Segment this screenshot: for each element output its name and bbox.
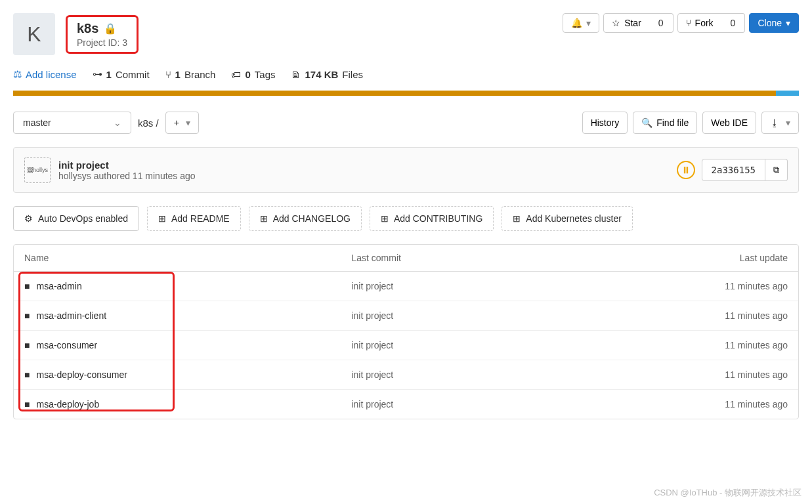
breadcrumb[interactable]: k8s / (138, 117, 159, 129)
folder-icon: ■ (24, 340, 30, 350)
license-label: Add license (26, 69, 77, 80)
row-commit: init project (351, 310, 624, 321)
pipeline-status-pending-icon[interactable]: ⏸ (677, 161, 695, 179)
tag-icon: 🏷 (231, 69, 241, 80)
add-license-link[interactable]: ⚖Add license (13, 68, 77, 80)
table-row[interactable]: ■msa-admin-client init project 11 minute… (14, 301, 798, 331)
tags-count: 0 (245, 69, 250, 80)
file-name: msa-deploy-job (36, 399, 99, 410)
add-changelog-button[interactable]: ⊞Add CHANGELOG (249, 206, 362, 231)
plus-box-icon: ⊞ (513, 213, 521, 224)
copy-sha-button[interactable]: ⧉ (765, 159, 788, 181)
branch-icon: ⑂ (165, 69, 171, 80)
add-kubernetes-button[interactable]: ⊞Add Kubernetes cluster (502, 206, 633, 231)
fork-label: Fork (695, 18, 714, 28)
row-update: 11 minutes ago (624, 340, 788, 350)
star-icon: ☆ (612, 18, 620, 28)
project-id: Project ID: 3 (77, 37, 127, 48)
devops-label: Auto DevOps enabled (38, 213, 128, 224)
add-readme-button[interactable]: ⊞Add README (147, 206, 241, 231)
notify-button[interactable]: 🔔▾ (563, 13, 599, 33)
tags-stat[interactable]: 🏷0Tags (231, 69, 275, 80)
branches-count: 1 (175, 69, 181, 80)
header-name: Name (24, 253, 351, 263)
star-label: Star (624, 18, 641, 28)
auto-devops-button[interactable]: ⚙Auto DevOps enabled (13, 206, 139, 231)
copy-icon: ⧉ (773, 165, 779, 175)
web-ide-button[interactable]: Web IDE (702, 112, 756, 134)
language-bar (13, 91, 799, 96)
file-name: msa-consumer (36, 340, 97, 350)
chevron-down-icon: ▾ (786, 117, 790, 128)
authored-label: authored (94, 171, 130, 181)
lock-icon: 🔒 (104, 22, 117, 35)
commit-author: hollysys (58, 171, 91, 181)
stats-row: ⚖Add license ⊶1Commit ⑂1Branch 🏷0Tags 🗎1… (13, 68, 799, 80)
clone-button[interactable]: Clone ▾ (749, 13, 799, 33)
header-commit: Last commit (351, 253, 624, 263)
star-count: 0 (649, 13, 673, 33)
fork-count: 0 (721, 13, 746, 33)
table-row[interactable]: ■msa-deploy-consumer init project 11 min… (14, 360, 798, 390)
row-commit: init project (351, 340, 624, 350)
find-file-button[interactable]: 🔍Find file (633, 112, 697, 134)
folder-icon: ■ (24, 281, 30, 291)
commit-meta: hollysys authored 11 minutes ago (58, 171, 196, 181)
commit-sha[interactable]: 2a336155 (702, 159, 765, 181)
header-update: Last update (624, 253, 788, 263)
row-commit: init project (351, 399, 624, 410)
breadcrumb-sep: / (156, 117, 159, 129)
file-icon: 🗎 (291, 69, 301, 80)
title-highlight: k8s 🔒 Project ID: 3 (66, 15, 139, 54)
folder-icon: ■ (24, 369, 30, 380)
row-update: 11 minutes ago (624, 281, 788, 291)
kubernetes-label: Add Kubernetes cluster (526, 213, 622, 224)
project-info: K k8s 🔒 Project ID: 3 (13, 13, 139, 55)
find-file-label: Find file (656, 117, 689, 128)
history-button[interactable]: History (582, 112, 628, 134)
download-dropdown[interactable]: ⭳▾ (761, 112, 799, 134)
file-name: msa-admin (36, 281, 81, 291)
chevron-down-icon: ▾ (586, 18, 591, 28)
gear-icon: ⚙ (24, 213, 33, 224)
plus-icon: + (174, 117, 179, 128)
branches-label: Branch (184, 69, 216, 80)
folder-icon: ■ (24, 310, 30, 321)
avatar-alt: hollys (33, 167, 48, 173)
project-avatar: K (13, 13, 55, 55)
fork-icon: ⑂ (686, 18, 691, 28)
project-name: k8s (77, 21, 98, 36)
search-icon: 🔍 (641, 117, 652, 128)
row-update: 11 minutes ago (624, 399, 788, 410)
commits-label: Commit (116, 69, 150, 80)
size-label: Files (342, 69, 363, 80)
row-update: 11 minutes ago (624, 310, 788, 321)
commit-time: 11 minutes ago (133, 171, 196, 181)
commit-message[interactable]: init project (58, 159, 196, 171)
table-row[interactable]: ■msa-consumer init project 11 minutes ag… (14, 331, 798, 360)
chevron-down-icon: ⌄ (114, 117, 121, 128)
size-value: 174 KB (305, 69, 338, 80)
add-contributing-button[interactable]: ⊞Add CONTRIBUTING (370, 206, 494, 231)
star-button[interactable]: ☆Star (603, 13, 650, 33)
plus-box-icon: ⊞ (381, 213, 389, 224)
commits-stat[interactable]: ⊶1Commit (93, 68, 150, 80)
branch-dropdown[interactable]: master ⌄ (13, 112, 131, 134)
row-commit: init project (351, 369, 624, 380)
readme-label: Add README (171, 213, 230, 224)
tags-label: Tags (255, 69, 276, 80)
add-dropdown[interactable]: +▾ (165, 112, 199, 134)
branch-selected: master (23, 117, 51, 128)
contributing-label: Add CONTRIBUTING (394, 213, 482, 224)
commit-avatar: 🖼hollys (24, 157, 51, 183)
table-row[interactable]: ■msa-deploy-job init project 11 minutes … (14, 390, 798, 419)
row-update: 11 minutes ago (624, 369, 788, 380)
file-tree-table: Name Last commit Last update ■msa-admin … (13, 244, 799, 419)
branches-stat[interactable]: ⑂1Branch (165, 69, 216, 80)
download-icon: ⭳ (770, 117, 779, 128)
plus-box-icon: ⊞ (158, 213, 166, 224)
folder-icon: ■ (24, 399, 30, 410)
table-row[interactable]: ■msa-admin init project 11 minutes ago (14, 272, 798, 301)
files-stat[interactable]: 🗎174 KBFiles (291, 69, 363, 80)
fork-button[interactable]: ⑂Fork (677, 13, 722, 33)
